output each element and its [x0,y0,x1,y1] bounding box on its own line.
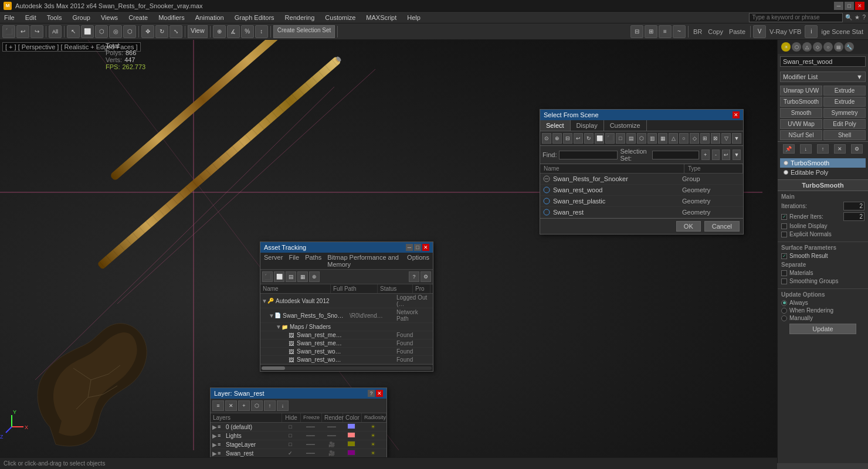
ts-materials-checkbox[interactable] [781,270,787,276]
layer-icon-5[interactable]: ↑ [264,400,276,411]
layer-close-btn[interactable]: ✕ [376,390,383,397]
update-btn[interactable]: Update [789,324,856,334]
mod-btn-unwrap[interactable]: Unwrap UVW [780,86,822,96]
select-tab-customize[interactable]: Customize [604,120,647,131]
create-selection-btn[interactable]: Create Selection Set [273,25,335,38]
asset-scroll-track[interactable] [262,366,432,370]
modifier-stack-editablepoly[interactable]: Editable Poly [780,168,866,177]
object-name-field[interactable]: Swan_rest_wood [780,56,866,67]
copy-label[interactable]: Copy [706,28,725,35]
asset-menu-paths[interactable]: Paths [305,254,321,268]
layer-color-0[interactable] [342,423,361,430]
asset-row-4[interactable]: 🖼 Swan_rest_me… Found [260,339,433,348]
sel-icon-11[interactable]: ▥ [647,133,657,144]
toolbar-icon-2[interactable]: ↩ [16,25,29,38]
toolbar-icon-angle[interactable]: ∡ [227,25,240,38]
layer-render-1[interactable]: ━━━ [321,433,342,439]
sel-icon-8[interactable]: □ [616,133,625,144]
sel-set-btn-1[interactable]: + [701,149,710,160]
ts-isoline-checkbox[interactable] [781,223,787,229]
sel-icon-17[interactable]: ⊠ [711,133,720,144]
layer-row-1[interactable]: ▶ ≡ Lights □ ━━━ ━━━ ☀ [211,431,386,440]
action-configure[interactable]: ⚙ [851,144,863,154]
asset-menu-options[interactable]: Options [407,254,429,268]
layer-freeze-1[interactable]: ━━━ [300,433,321,439]
toolbar-curve[interactable]: ~ [673,25,686,38]
asset-row-0[interactable]: ▼ 🔑 Autodesk Vault 2012 Logged Out (… [260,294,433,308]
mod-btn-uvwmap[interactable]: UVW Map [780,119,822,129]
action-pin-icon[interactable]: 📌 [783,144,795,154]
menu-views[interactable]: Views [99,14,120,21]
view-dropdown[interactable]: View [188,25,208,38]
layer-render-3[interactable]: 🎥 [321,450,342,456]
menu-help[interactable]: Help [405,14,422,21]
panel-icon-gray-6[interactable]: 🔧 [845,42,854,52]
mod-btn-symmetry[interactable]: Symmetry [823,108,866,118]
ts-smooth-result-checkbox[interactable] [781,253,787,259]
layer-icon-3[interactable]: + [238,400,250,411]
sel-icon-18[interactable]: ▽ [721,133,731,144]
sel-icon-10[interactable]: ⬡ [637,133,646,144]
layer-list[interactable]: ▶ ≡ 0 (default) □ ━━━ ━━━ ☀ ▶ ≡ Lights □… [211,423,386,458]
toolbar-icon-select[interactable]: ↖ [67,25,80,38]
toolbar-icon-spinner[interactable]: ↕ [255,25,268,38]
toolbar-icon-rotate[interactable]: ↻ [155,25,168,38]
menu-edit[interactable]: Edit [23,14,38,21]
toolbar-icon-percent[interactable]: % [241,25,254,38]
layer-color-3[interactable] [342,450,361,457]
asset-icon-4[interactable]: ▦ [297,271,308,282]
paste-label[interactable]: Paste [727,28,748,35]
layer-row-0[interactable]: ▶ ≡ 0 (default) □ ━━━ ━━━ ☀ [211,423,386,431]
sel-icon-13[interactable]: △ [669,133,678,144]
asset-icon-3[interactable]: ▤ [286,271,296,282]
asset-max-btn[interactable]: □ [414,244,421,251]
ige-icon[interactable]: i [805,25,818,38]
layer-hide-2[interactable]: □ [281,441,300,447]
layer-color-2[interactable] [342,441,361,448]
panel-icon-gray-5[interactable]: ▤ [834,42,843,52]
asset-menu-file[interactable]: File [289,254,299,268]
select-row-3[interactable]: Swan_rest Geometry [540,207,743,218]
action-delete[interactable]: ✕ [834,144,846,154]
asset-icon-2[interactable]: ⬜ [274,271,284,282]
toolbar-icon-3[interactable]: ↪ [30,25,43,38]
sel-icon-12[interactable]: ▦ [658,133,667,144]
sel-icon-1[interactable]: ⊙ [542,133,551,144]
asset-expand-1[interactable]: ▼ [269,312,274,319]
find-input[interactable] [559,151,618,159]
asset-expand-0[interactable]: ▼ [262,298,267,304]
asset-row-5[interactable]: 🖼 Swan_rest_wo… Found [260,348,433,356]
layer-freeze-3[interactable]: ━━━ [300,451,321,456]
help-icon[interactable]: ? [862,14,866,21]
asset-help-icon[interactable]: ? [409,271,419,282]
menu-animation[interactable]: Animation [194,14,226,21]
select-tab-select[interactable]: Select [540,120,571,131]
ts-when-rendering-row[interactable]: When Rendering [781,307,864,314]
select-ok-btn[interactable]: OK [676,221,701,232]
ts-render-iters-input[interactable] [843,212,864,221]
layer-icon-6[interactable]: ↓ [277,400,289,411]
sel-icon-6[interactable]: ⬜ [595,133,604,144]
ts-manually-row[interactable]: Manually [781,315,864,321]
layer-expand-3[interactable]: ▶ [212,450,218,457]
menu-create[interactable]: Create [127,14,150,21]
toolbar-mirror[interactable]: ⊟ [630,25,643,38]
asset-min-btn[interactable]: ─ [406,244,413,251]
sel-set-btn-2[interactable]: - [712,149,720,160]
menu-file[interactable]: File [2,14,16,21]
mod-btn-smooth[interactable]: Smooth [780,108,822,118]
layer-help-btn[interactable]: ? [368,390,375,397]
asset-scroll-thumb[interactable] [262,366,285,370]
layer-expand-2[interactable]: ▶ [212,441,218,448]
toolbar-icon-region[interactable]: ⬜ [81,25,94,38]
ts-render-iters-checkbox[interactable] [781,214,787,220]
ts-iterations-input[interactable] [843,202,864,210]
vray-vfb-label[interactable]: V-Ray VFB [767,28,803,35]
layer-freeze-0[interactable]: ━━━ [300,424,321,430]
ts-always-radio[interactable] [781,300,787,306]
toolbar-align[interactable]: ⊞ [645,25,657,38]
select-cancel-btn[interactable]: Cancel [704,221,740,232]
layer-radiosity-1[interactable]: ☀ [361,433,385,439]
search-icon[interactable]: 🔍 [845,14,852,21]
sel-icon-3[interactable]: ⊟ [563,133,572,144]
